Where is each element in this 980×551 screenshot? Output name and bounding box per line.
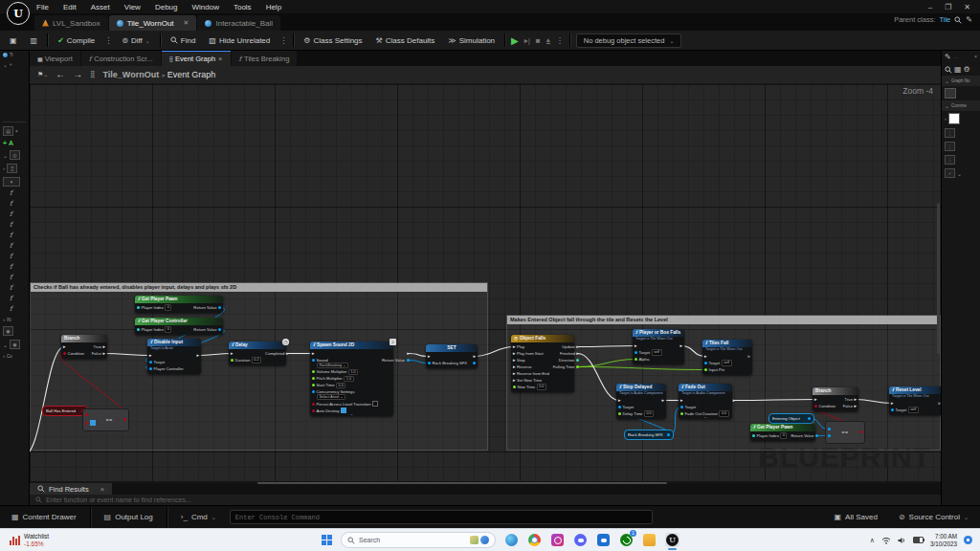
pin-value-field[interactable]: 0.0 <box>336 383 345 389</box>
play-button[interactable]: ▶ <box>511 35 519 46</box>
output-log-button[interactable]: ▤Output Log <box>99 506 159 528</box>
input-pin[interactable] <box>635 351 637 354</box>
app-chrome-icon[interactable] <box>527 533 542 547</box>
comment-title[interactable]: Checks if Ball has already entered, disa… <box>31 283 487 292</box>
class-settings-button[interactable]: ⚙Class Settings <box>300 34 366 47</box>
input-pin[interactable] <box>635 358 637 361</box>
output-pin[interactable] <box>815 434 818 437</box>
graph-horizontal-scrollbar[interactable] <box>30 481 941 483</box>
input-pin[interactable]: ▸ <box>513 378 516 383</box>
node-header[interactable]: fGet Player Pawn <box>135 296 223 303</box>
node-header[interactable]: fStop Delayed <box>616 384 666 391</box>
input-pin[interactable] <box>680 406 683 408</box>
output-pin[interactable] <box>407 359 410 362</box>
output-pin[interactable] <box>576 359 579 362</box>
function-icon[interactable]: f <box>0 188 29 199</box>
node-branch2[interactable]: Branch▸ConditionTrue▸False▸ <box>813 387 858 411</box>
input-pin[interactable] <box>137 306 140 309</box>
node-timeline[interactable]: ◷Object Falls▸Play▸Play from Start▸Stop▸… <box>511 335 574 392</box>
output-pin[interactable] <box>218 306 221 309</box>
parent-class-value[interactable]: Tile <box>939 15 950 24</box>
node-pawn2[interactable]: fGet Player PawnPlayer Index0Return Valu… <box>750 424 815 441</box>
editor-tab-viewport[interactable]: ▦Viewport <box>30 51 80 66</box>
output-pin[interactable] <box>667 433 670 436</box>
input-pin[interactable] <box>312 377 315 380</box>
grid-icon[interactable]: ▦ <box>954 65 962 74</box>
input-pin[interactable] <box>231 359 234 362</box>
variable-node-sfxpill[interactable]: Rock Breaking SFX <box>624 430 674 440</box>
input-pin[interactable]: ▸ <box>618 398 621 403</box>
breadcrumb-root[interactable]: Tile_WornOut <box>102 70 159 79</box>
input-pin[interactable] <box>149 361 152 364</box>
details-section-graph-node[interactable]: Graph No <box>951 78 970 83</box>
source-control-button[interactable]: ⊘Source Control⌄ <box>893 513 974 521</box>
input-pin[interactable] <box>312 390 315 393</box>
event-graph-canvas[interactable]: Zoom -4 BLUEPRINT Checks if Ball has alr… <box>30 84 941 481</box>
wifi-icon[interactable] <box>881 537 891 544</box>
node-header[interactable]: fFade Out <box>679 384 732 391</box>
frame-skip-button[interactable]: ▸| <box>524 36 530 45</box>
node-header[interactable]: fSpawn Sound 2D <box>310 342 393 349</box>
variable-node-entpill[interactable]: Entering Object <box>768 413 814 424</box>
output-pin[interactable] <box>859 430 862 433</box>
input-pin[interactable] <box>513 386 516 388</box>
all-saved-status[interactable]: ▣All Saved <box>829 513 883 521</box>
node-reset[interactable]: fReset LevelTarget is Tile Worn Out▸Targ… <box>889 386 941 415</box>
breadcrumb[interactable]: Tile_WornOut > Event Graph <box>102 70 215 79</box>
expand-chevron-icon[interactable]: ⌄ <box>310 412 393 416</box>
input-pin[interactable]: ▸ <box>63 344 66 349</box>
app-xbox-icon[interactable]: 1 <box>619 533 634 547</box>
close-icon[interactable]: × <box>974 55 977 59</box>
close-icon[interactable]: × <box>100 485 104 494</box>
my-blueprint-tab-icon[interactable]: ▤ <box>3 126 13 136</box>
pin-value-field[interactable]: 0.0 <box>644 410 654 417</box>
search-icon[interactable] <box>945 66 952 74</box>
input-pin[interactable] <box>85 413 88 416</box>
output-pin[interactable]: ▸ <box>196 353 199 358</box>
add-button[interactable]: + <box>3 140 7 146</box>
input-pin[interactable] <box>312 403 315 406</box>
taskbar-search-input[interactable]: Search <box>341 532 496 548</box>
node-branch1[interactable]: Branch▸ConditionTrue▸False▸ <box>61 335 107 359</box>
output-pin[interactable]: ▸ <box>679 343 682 348</box>
gear-icon[interactable]: ⚙ <box>964 65 970 74</box>
app-epic-icon[interactable] <box>596 533 611 547</box>
graph-vertical-scrollbar[interactable] <box>937 203 940 354</box>
nav-back-button[interactable]: ← <box>56 69 65 79</box>
menu-asset[interactable]: Asset <box>91 3 110 11</box>
start-button[interactable] <box>322 535 332 545</box>
output-pin[interactable]: ▸ <box>854 404 857 408</box>
menu-tools[interactable]: Tools <box>234 3 252 11</box>
node-stopd[interactable]: fStop DelayedTarget is Audio Component▸T… <box>616 384 666 419</box>
editor-tab-event-graph[interactable]: ⣿Event Graph× <box>162 51 231 66</box>
node-header[interactable]: fDisable Input <box>147 339 201 346</box>
find-results-search-input[interactable]: Enter function or event name to find ref… <box>30 495 941 505</box>
compile-button[interactable]: ✔Compile <box>54 34 99 47</box>
function-icon[interactable]: f <box>0 304 29 315</box>
node-delay[interactable]: fDelay▸Duration0.2Completed▸◷ <box>229 342 286 365</box>
edit-parent-class-icon[interactable]: ✎ <box>966 15 972 24</box>
function-icon[interactable]: f <box>0 252 29 262</box>
input-pin[interactable] <box>312 359 315 362</box>
input-pin[interactable] <box>312 370 315 373</box>
output-pin[interactable] <box>218 328 221 331</box>
function-icon[interactable]: f <box>0 241 29 252</box>
node-header[interactable]: SET <box>426 344 478 352</box>
node-ctrl1[interactable]: fGet Player ControllerPlayer Index0Retur… <box>135 318 223 335</box>
menu-debug[interactable]: Debug <box>155 3 178 11</box>
app-folder-icon[interactable] <box>642 533 657 547</box>
pin-value-field[interactable]: 1.0 <box>348 369 358 376</box>
function-icon[interactable]: f <box>0 231 29 241</box>
simulation-button[interactable]: ≫Simulation <box>444 34 499 47</box>
input-pin[interactable]: ▸ <box>149 353 152 358</box>
minimize-button[interactable]: – <box>928 3 932 11</box>
variable-node-ballpill[interactable]: Ball Has Entered <box>42 406 88 416</box>
node-header[interactable]: fGet Player Controller <box>135 318 223 325</box>
output-pin[interactable]: ▸ <box>407 351 410 356</box>
menu-window[interactable]: Window <box>191 3 218 11</box>
input-pin[interactable]: ▸ <box>891 401 894 406</box>
pin-value-field[interactable]: self <box>908 407 919 413</box>
input-pin[interactable] <box>814 405 817 408</box>
menu-edit[interactable]: Edit <box>63 3 77 11</box>
input-pin[interactable] <box>704 368 707 371</box>
